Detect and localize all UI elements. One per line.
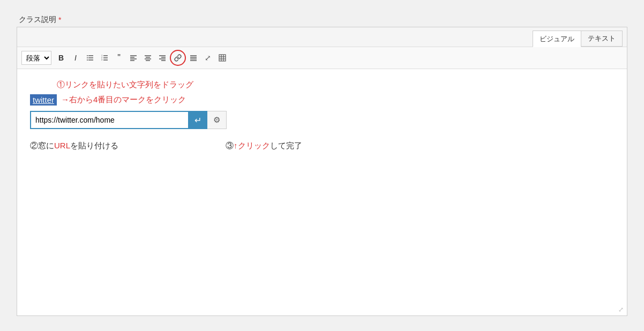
required-indicator: *: [58, 16, 61, 24]
ul-button[interactable]: [83, 51, 97, 65]
tab-visual[interactable]: ビジュアル: [533, 31, 581, 47]
align-right-button[interactable]: [155, 51, 169, 65]
instruction-2-right: ③↑クリックして完了: [226, 141, 302, 151]
instruction-2: ②窓にURLを貼り付ける ③↑クリックして完了: [30, 141, 614, 151]
instruction-2-left: ②窓にURLを貼り付ける: [30, 141, 118, 151]
url-input[interactable]: [30, 111, 188, 129]
twitter-link[interactable]: twitter: [30, 94, 57, 106]
align-left-button[interactable]: [126, 51, 140, 65]
url-input-row: ↵ ⚙: [30, 111, 614, 129]
field-label: クラス説明: [19, 15, 56, 25]
svg-point-5: [87, 59, 88, 61]
twitter-link-row: twitter →右から4番目のマークをクリック: [30, 94, 614, 106]
editor-body[interactable]: ①リンクを貼りたい文字列をドラッグ twitter →右から4番目のマークをクリ…: [17, 69, 627, 315]
toolbar: 段落 B I 123 ": [17, 47, 627, 69]
tab-bar: ビジュアル テキスト: [17, 27, 627, 47]
tab-text[interactable]: テキスト: [581, 31, 623, 47]
svg-text:3: 3: [101, 58, 103, 61]
svg-point-3: [87, 55, 88, 56]
instruction-1: ①リンクを貼りたい文字列をドラッグ: [57, 80, 614, 90]
url-settings-button[interactable]: ⚙: [207, 111, 227, 129]
bold-button[interactable]: B: [54, 51, 68, 65]
svg-point-4: [87, 57, 88, 58]
align-justify-button[interactable]: [186, 51, 200, 65]
link-button[interactable]: [170, 50, 186, 66]
fullscreen-button[interactable]: ⤢: [201, 51, 215, 65]
paragraph-select[interactable]: 段落: [21, 51, 51, 65]
align-center-button[interactable]: [141, 51, 155, 65]
blockquote-button[interactable]: ": [112, 51, 126, 65]
italic-button[interactable]: I: [69, 51, 83, 65]
instruction-arrow-text: →右から4番目のマークをクリック: [61, 95, 186, 105]
ol-button[interactable]: 123: [98, 51, 111, 65]
url-enter-button[interactable]: ↵: [188, 111, 207, 129]
table-button[interactable]: [215, 51, 229, 65]
editor-container: ビジュアル テキスト 段落 B I 123 ": [17, 27, 627, 316]
resize-handle[interactable]: ⤢: [618, 306, 624, 313]
svg-rect-28: [219, 55, 226, 61]
